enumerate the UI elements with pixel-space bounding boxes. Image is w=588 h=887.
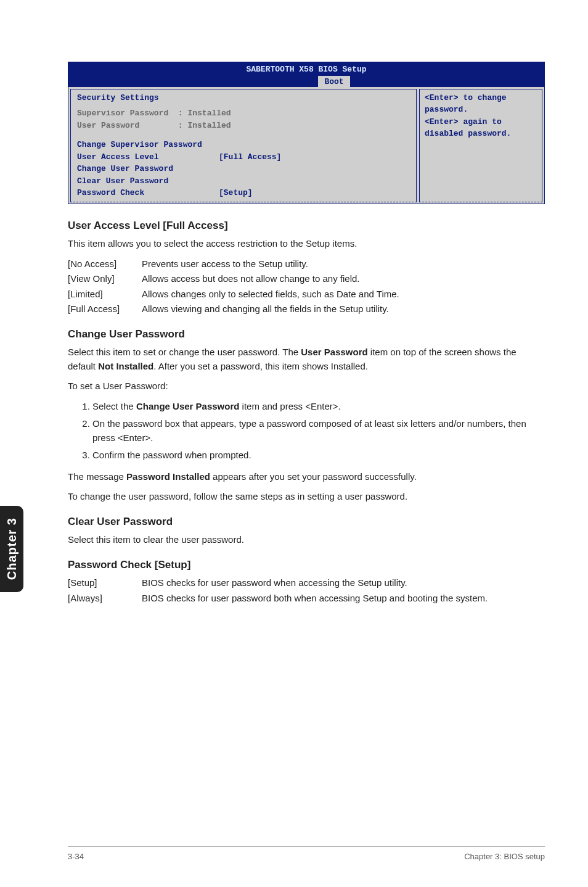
- option-key: [Setup]: [68, 576, 142, 590]
- option-desc: Allows changes only to selected fields, …: [142, 287, 545, 302]
- bios-active-tab: Boot: [318, 76, 349, 88]
- option-list: [No Access] Prevents user access to the …: [68, 257, 545, 316]
- section-heading: User Access Level [Full Access]: [68, 218, 545, 234]
- bios-row: Supervisor Password : Installed: [77, 107, 410, 120]
- bios-body: Security Settings Supervisor Password : …: [68, 87, 544, 204]
- chapter-side-label: Chapter 3: [2, 518, 21, 580]
- list-item: On the password box that appears, type a…: [92, 417, 545, 445]
- bios-label: Clear User Password: [77, 175, 219, 188]
- paragraph: To change the user password, follow the …: [68, 490, 545, 504]
- bios-help-line: <Enter> to change: [425, 92, 537, 104]
- bios-panel: SABERTOOTH X58 BIOS Setup Boot Security …: [68, 62, 545, 204]
- section-heading: Password Check [Setup]: [68, 557, 545, 573]
- option-key: [Full Access]: [68, 302, 142, 316]
- bios-help-line: <Enter> again to: [425, 116, 537, 128]
- bios-value: [Setup]: [219, 187, 253, 199]
- paragraph: The message Password Installed appears a…: [68, 470, 545, 484]
- bios-section-heading: Security Settings: [77, 92, 410, 104]
- bios-row: Clear User Password: [77, 175, 410, 188]
- bios-row: Change Supervisor Password: [77, 139, 410, 151]
- list-item: Confirm the password when prompted.: [92, 448, 545, 463]
- section-description: This item allows you to select the acces…: [68, 237, 545, 251]
- chapter-side-tab: Chapter 3: [0, 506, 23, 592]
- paragraph: To set a User Password:: [68, 379, 545, 394]
- page-footer: 3-34 Chapter 3: BIOS setup: [68, 846, 545, 863]
- option-desc: Prevents user access to the Setup utilit…: [142, 257, 545, 271]
- option-desc: Allows access but does not allow change …: [142, 272, 545, 286]
- bios-label: User Password : Installed: [77, 120, 219, 132]
- section-heading: Clear User Password: [68, 514, 545, 530]
- bios-help-pane: <Enter> to change password. <Enter> agai…: [419, 89, 542, 202]
- option-desc: Allows viewing and changing all the fiel…: [142, 302, 545, 316]
- option-row: [Full Access] Allows viewing and changin…: [68, 302, 545, 316]
- option-row: [Always] BIOS checks for user password b…: [68, 592, 545, 606]
- option-desc: BIOS checks for user password both when …: [142, 592, 545, 606]
- paragraph: Select this item to clear the user passw…: [68, 533, 545, 547]
- bios-row: User Access Level [Full Access]: [77, 151, 410, 163]
- option-key: [No Access]: [68, 257, 142, 271]
- option-row: [View Only] Allows access but does not a…: [68, 272, 545, 286]
- page-number: 3-34: [68, 851, 84, 863]
- bios-row: Change User Password: [77, 163, 410, 175]
- bios-row: User Password : Installed: [77, 120, 410, 132]
- bios-tab-bar: Boot: [68, 76, 544, 87]
- option-key: [Limited]: [68, 287, 142, 302]
- ordered-list: Select the Change User Password item and…: [92, 400, 545, 463]
- paragraph: Select this item to set or change the us…: [68, 345, 545, 373]
- bios-label: User Access Level: [77, 151, 219, 163]
- option-row: [Setup] BIOS checks for user password wh…: [68, 576, 545, 590]
- option-desc: BIOS checks for user password when acces…: [142, 576, 545, 590]
- bios-help-line: password.: [425, 104, 537, 116]
- bios-value: [Full Access]: [219, 151, 281, 163]
- bios-title: SABERTOOTH X58 BIOS Setup: [71, 64, 542, 76]
- option-row: [No Access] Prevents user access to the …: [68, 257, 545, 271]
- bios-label: Change Supervisor Password: [77, 139, 219, 151]
- option-list: [Setup] BIOS checks for user password wh…: [68, 576, 545, 605]
- option-key: [Always]: [68, 592, 142, 606]
- option-key: [View Only]: [68, 272, 142, 286]
- bios-label: Supervisor Password : Installed: [77, 107, 219, 120]
- bios-label: Change User Password: [77, 163, 219, 175]
- option-row: [Limited] Allows changes only to selecte…: [68, 287, 545, 302]
- bios-title-bar: SABERTOOTH X58 BIOS Setup: [68, 62, 544, 76]
- page-content: SABERTOOTH X58 BIOS Setup Boot Security …: [0, 0, 588, 636]
- bios-label: Password Check: [77, 187, 219, 199]
- section-heading: Change User Password: [68, 326, 545, 342]
- footer-chapter: Chapter 3: BIOS setup: [464, 851, 545, 863]
- bios-row: Password Check [Setup]: [77, 187, 410, 199]
- bios-help-line: disabled password.: [425, 128, 537, 140]
- list-item: Select the Change User Password item and…: [92, 400, 545, 414]
- bios-left-pane: Security Settings Supervisor Password : …: [70, 89, 417, 202]
